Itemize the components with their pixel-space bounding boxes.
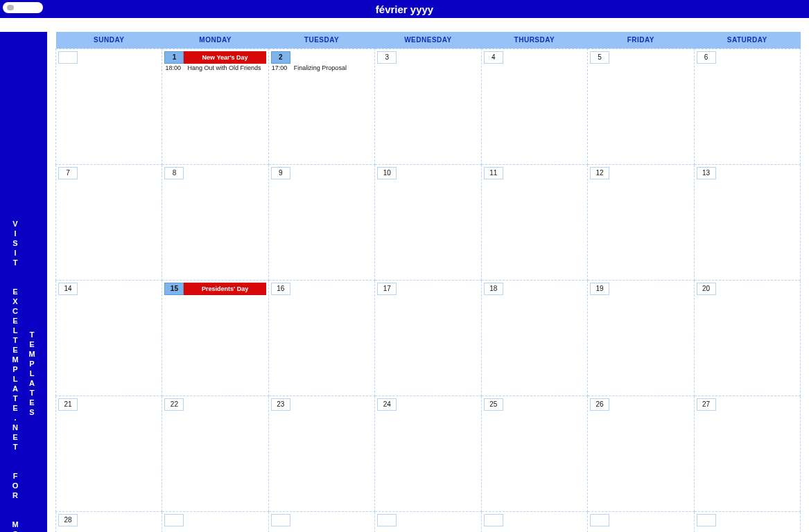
day-number: 27 (697, 398, 716, 411)
calendar-day-cell[interactable]: 17 (375, 280, 481, 396)
calendar-day-cell[interactable] (375, 511, 481, 532)
day-number: 14 (58, 283, 78, 295)
calendar-day-cell[interactable]: 10 (375, 164, 481, 280)
day-number (590, 514, 609, 526)
day-number: 9 (271, 167, 290, 179)
calendar-day-cell[interactable]: 13 (694, 164, 800, 280)
calendar-day-cell[interactable]: 19 (588, 280, 694, 396)
day-number: 10 (377, 167, 397, 179)
calendar-day-cell[interactable]: 9 (268, 164, 374, 280)
calendar-event[interactable]: 18:00Hang Out with Old Friends (165, 64, 265, 71)
day-number (484, 514, 503, 526)
day-number: 15 (164, 283, 184, 295)
day-number: 13 (697, 167, 716, 179)
day-number: 1 (164, 51, 184, 64)
day-number (164, 514, 184, 526)
sidebar-promo-text-2: TEMPLATES (25, 330, 39, 417)
calendar-day-cell[interactable] (481, 511, 587, 532)
weekday-header: MONDAY (162, 32, 268, 48)
day-number: 26 (590, 398, 609, 411)
day-number: 24 (377, 398, 397, 411)
calendar-day-cell[interactable]: 22 (162, 396, 268, 511)
day-number: 23 (271, 398, 290, 411)
calendar-week-row: 1415Presidents' Day1617181920 (56, 280, 801, 396)
month-title: février yyyy (376, 3, 433, 15)
weekday-header: WEDNESDAY (375, 32, 481, 48)
day-number (271, 514, 290, 526)
day-number: 21 (58, 398, 78, 411)
calendar-wrap: SUNDAYMONDAYTUESDAYWEDNESDAYTHURSDAYFRID… (47, 18, 809, 532)
day-number: 5 (590, 51, 609, 64)
calendar-day-cell[interactable]: 1New Year's Day18:00Hang Out with Old Fr… (162, 48, 268, 164)
day-number: 20 (697, 283, 716, 295)
sidebar-promo-text-1: VISITEXCELTEMPLATE.NETFORMORE (8, 219, 22, 532)
calendar-day-cell[interactable]: 3 (375, 48, 481, 164)
day-number (697, 514, 716, 526)
calendar-day-cell[interactable]: 27 (694, 396, 800, 511)
calendar-day-cell[interactable] (694, 511, 800, 532)
calendar-day-cell[interactable]: 24 (375, 396, 481, 511)
calendar-week-row: 1New Year's Day18:00Hang Out with Old Fr… (56, 48, 801, 164)
day-number: 8 (164, 167, 184, 179)
day-number: 7 (58, 167, 78, 179)
day-number: 18 (484, 283, 503, 295)
holiday-label: New Year's Day (184, 51, 266, 64)
calendar-day-cell[interactable]: 26 (588, 396, 694, 511)
day-number: 17 (377, 283, 397, 295)
weekday-header: FRIDAY (588, 32, 694, 48)
calendar-day-cell[interactable] (162, 511, 268, 532)
calendar-week-row: 78910111213 (56, 164, 801, 280)
calendar-day-cell[interactable]: 8 (162, 164, 268, 280)
day-number: 3 (377, 51, 397, 64)
event-title: Hang Out with Old Friends (187, 64, 265, 71)
day-number: 4 (484, 51, 503, 64)
calendar-day-cell[interactable] (56, 48, 162, 164)
weekday-header: THURSDAY (481, 32, 587, 48)
weekday-header: TUESDAY (268, 32, 374, 48)
day-number: 19 (590, 283, 609, 295)
calendar-day-cell[interactable]: 23 (268, 396, 374, 511)
calendar-day-cell[interactable]: 16 (268, 280, 374, 396)
calendar-day-cell[interactable]: 25 (481, 396, 587, 511)
title-bar: février yyyy (0, 0, 809, 18)
day-number: 28 (58, 514, 78, 526)
calendar-day-cell[interactable]: 7 (56, 164, 162, 280)
day-number: 6 (697, 51, 716, 64)
day-number: 16 (271, 283, 290, 295)
event-time: 17:00 (272, 64, 291, 71)
calendar-day-cell[interactable]: 5 (588, 48, 694, 164)
calendar-day-cell[interactable] (588, 511, 694, 532)
calendar-day-cell[interactable]: 14 (56, 280, 162, 396)
day-number: 2 (271, 51, 290, 64)
calendar-day-cell[interactable]: 21 (56, 396, 162, 511)
calendar-day-cell[interactable]: 4 (481, 48, 587, 164)
calendar-day-cell[interactable]: 15Presidents' Day (162, 280, 268, 396)
weekday-header-row: SUNDAYMONDAYTUESDAYWEDNESDAYTHURSDAYFRID… (56, 32, 801, 48)
window-controls-pill[interactable] (3, 2, 43, 13)
weekday-header: SUNDAY (56, 32, 162, 48)
calendar-day-cell[interactable]: 217:00Finalizing Proposal (268, 48, 374, 164)
calendar-day-cell[interactable]: 11 (481, 164, 587, 280)
day-number: 25 (484, 398, 503, 411)
calendar-day-cell[interactable]: 18 (481, 280, 587, 396)
sidebar: VISITEXCELTEMPLATE.NETFORMORE TEMPLATES (0, 32, 47, 532)
day-number: 12 (590, 167, 609, 179)
calendar-week-row: 21222324252627 (56, 396, 801, 511)
holiday-label: Presidents' Day (184, 283, 266, 295)
calendar-grid: SUNDAYMONDAYTUESDAYWEDNESDAYTHURSDAYFRID… (55, 32, 801, 532)
event-time: 18:00 (165, 64, 184, 71)
calendar-day-cell[interactable]: 6 (694, 48, 800, 164)
calendar-day-cell[interactable]: 20 (694, 280, 800, 396)
day-number (58, 51, 78, 64)
event-title: Finalizing Proposal (294, 64, 372, 71)
window-control-dot (7, 5, 14, 10)
day-number: 11 (484, 167, 503, 179)
day-number (377, 514, 397, 526)
calendar-day-cell[interactable] (268, 511, 374, 532)
calendar-week-row: 28 (56, 511, 801, 532)
day-number: 22 (164, 398, 184, 411)
calendar-day-cell[interactable]: 12 (588, 164, 694, 280)
weekday-header: SATURDAY (694, 32, 800, 48)
calendar-event[interactable]: 17:00Finalizing Proposal (272, 64, 372, 71)
calendar-day-cell[interactable]: 28 (56, 511, 162, 532)
